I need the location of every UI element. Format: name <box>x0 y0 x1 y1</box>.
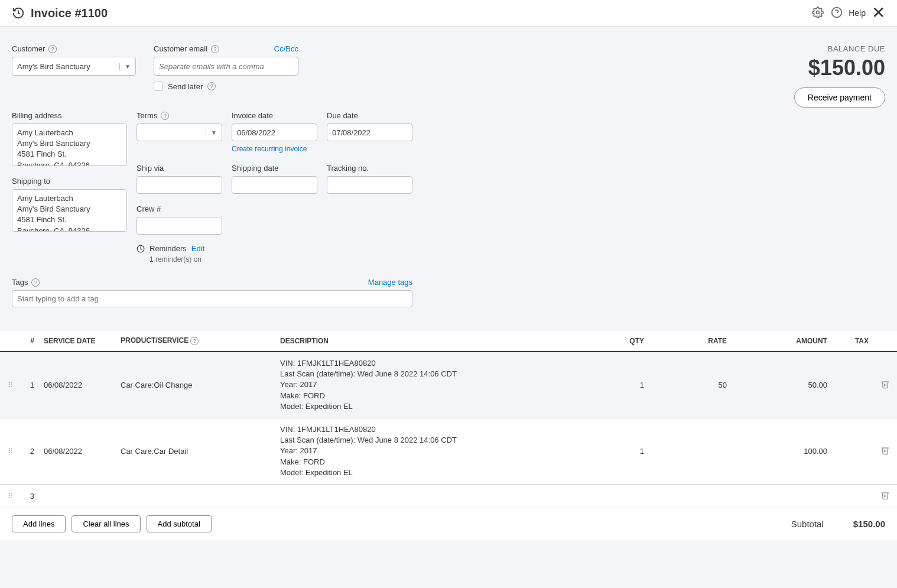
history-icon[interactable] <box>12 7 25 20</box>
col-tax: TAX <box>832 330 873 352</box>
page-title: Invoice #1100 <box>12 7 108 20</box>
help-icon[interactable]: ? <box>161 112 169 120</box>
reminders-status: 1 reminder(s) on <box>150 255 412 264</box>
col-service-date: SERVICE DATE <box>39 330 116 352</box>
close-icon[interactable]: ✕ <box>872 5 885 21</box>
line-amount[interactable] <box>732 484 832 508</box>
page-title-text: Invoice #1100 <box>31 7 108 20</box>
trash-icon[interactable] <box>880 493 890 502</box>
line-rate[interactable]: 50 <box>649 352 732 418</box>
col-rate: RATE <box>649 330 732 352</box>
manage-tags-link[interactable]: Manage tags <box>368 278 412 287</box>
billing-address-label: Billing address <box>12 111 127 120</box>
drag-handle-icon[interactable]: ⠿ <box>0 484 21 508</box>
tracking-no-label: Tracking no. <box>327 164 412 173</box>
ship-via-label: Ship via <box>136 164 222 173</box>
help-icon[interactable]: ? <box>31 278 40 287</box>
drag-handle-icon[interactable]: ⠿ <box>0 352 21 418</box>
crew-label: Crew # <box>136 204 222 213</box>
ship-via-input[interactable] <box>136 176 222 194</box>
header: Invoice #1100 Help ✕ <box>0 0 897 27</box>
line-qty[interactable]: 1 <box>613 352 649 418</box>
clear-all-lines-button[interactable]: Clear all lines <box>72 515 140 532</box>
reminders-edit-link[interactable]: Edit <box>191 244 204 253</box>
chevron-down-icon: ▼ <box>206 129 217 136</box>
line-description[interactable]: VIN: 1FMJK1LT1HEA80820 Last Scan (date/t… <box>275 352 613 418</box>
line-product[interactable]: Car Care:Car Detail <box>116 418 275 484</box>
help-icon[interactable]: ? <box>48 45 57 53</box>
table-row[interactable]: ⠿ 2 06/08/2022 Car Care:Car Detail VIN: … <box>0 418 897 484</box>
gear-icon[interactable] <box>812 7 824 20</box>
line-date[interactable] <box>39 484 116 508</box>
line-qty[interactable]: 1 <box>613 418 649 484</box>
footer: Add lines Clear all lines Add subtotal S… <box>0 508 897 540</box>
line-qty[interactable] <box>613 484 649 508</box>
line-items-table: # SERVICE DATE PRODUCT/SERVICE ? DESCRIP… <box>0 330 897 508</box>
tags-label: Tags? <box>12 278 40 287</box>
line-num: 1 <box>21 352 39 418</box>
create-recurring-link[interactable]: Create recurring invoice <box>232 145 317 153</box>
billing-address-input[interactable]: Amy Lauterbach Amy's Bird Sanctuary 4581… <box>12 124 127 166</box>
customer-email-label: Customer email? Cc/Bcc <box>154 44 298 53</box>
table-row[interactable]: ⠿ 3 <box>0 484 897 508</box>
col-num: # <box>21 330 39 352</box>
customer-email-input[interactable] <box>154 57 298 76</box>
trash-icon[interactable] <box>880 448 890 457</box>
clock-icon <box>136 245 145 253</box>
tags-input[interactable] <box>12 290 412 307</box>
svg-point-0 <box>817 11 820 14</box>
line-rate[interactable] <box>649 484 732 508</box>
balance-due-amount: $150.00 <box>794 56 885 80</box>
receive-payment-button[interactable]: Receive payment <box>794 87 885 108</box>
invoice-date-input[interactable] <box>232 124 317 141</box>
line-product[interactable] <box>116 484 275 508</box>
help-icon[interactable]: ? <box>211 45 219 53</box>
subtotal-amount: $150.00 <box>853 519 885 529</box>
subtotal-label: Subtotal <box>791 519 824 529</box>
line-amount[interactable]: 50.00 <box>732 352 832 418</box>
ccbcc-link[interactable]: Cc/Bcc <box>274 44 298 53</box>
help-link[interactable]: Help <box>849 8 866 18</box>
col-amount: AMOUNT <box>732 330 832 352</box>
line-date[interactable]: 06/08/2022 <box>39 418 116 484</box>
line-date[interactable]: 06/08/2022 <box>39 352 116 418</box>
terms-select[interactable]: ▼ <box>136 124 222 141</box>
line-tax[interactable] <box>832 418 873 484</box>
balance-due-box: BALANCE DUE $150.00 Receive payment <box>794 44 885 108</box>
shipping-to-label: Shipping to <box>12 177 127 186</box>
due-date-input[interactable] <box>327 124 412 141</box>
col-product: PRODUCT/SERVICE ? <box>116 330 275 352</box>
line-description[interactable] <box>275 484 613 508</box>
tracking-no-input[interactable] <box>327 176 412 194</box>
col-description: DESCRIPTION <box>275 330 613 352</box>
crew-input[interactable] <box>136 217 222 235</box>
terms-label: Terms? <box>136 111 222 120</box>
trash-icon[interactable] <box>880 382 890 391</box>
reminders-row: Reminders Edit <box>136 244 412 253</box>
help-icon[interactable]: ? <box>207 82 216 90</box>
line-rate[interactable] <box>649 418 732 484</box>
line-description[interactable]: VIN: 1FMJK1LT1HEA80820 Last Scan (date/t… <box>275 418 613 484</box>
shipping-to-input[interactable]: Amy Lauterbach Amy's Bird Sanctuary 4581… <box>12 189 127 232</box>
help-icon[interactable] <box>831 7 843 20</box>
chevron-down-icon: ▼ <box>119 63 131 70</box>
line-tax[interactable] <box>832 352 873 418</box>
customer-label: Customer ? <box>12 44 136 53</box>
send-later-checkbox[interactable] <box>154 82 163 91</box>
drag-handle-icon[interactable]: ⠿ <box>0 418 21 484</box>
shipping-date-input[interactable] <box>232 176 317 194</box>
invoice-date-label: Invoice date <box>232 111 317 120</box>
line-amount[interactable]: 100.00 <box>732 418 832 484</box>
customer-select[interactable]: Amy's Bird Sanctuary ▼ <box>12 57 136 76</box>
shipping-date-label: Shipping date <box>232 164 317 173</box>
line-tax[interactable] <box>832 484 873 508</box>
line-num: 2 <box>21 418 39 484</box>
table-row[interactable]: ⠿ 1 06/08/2022 Car Care:Oil Change VIN: … <box>0 352 897 418</box>
add-subtotal-button[interactable]: Add subtotal <box>147 515 212 532</box>
add-lines-button[interactable]: Add lines <box>12 515 66 532</box>
due-date-label: Due date <box>327 111 412 120</box>
send-later-label: Send later <box>168 82 203 91</box>
line-product[interactable]: Car Care:Oil Change <box>116 352 275 418</box>
help-icon[interactable]: ? <box>190 337 199 345</box>
balance-due-label: BALANCE DUE <box>794 44 885 53</box>
